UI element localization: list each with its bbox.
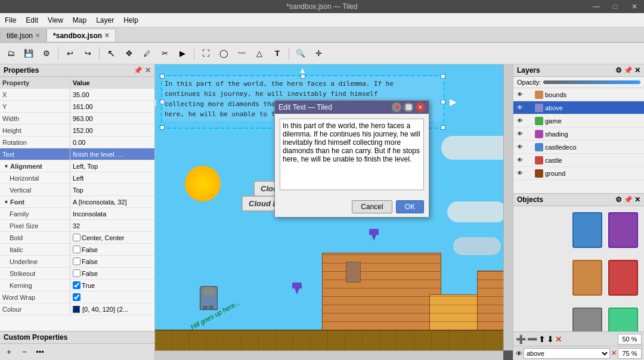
dialog-ok-button[interactable]: OK bbox=[396, 200, 424, 213]
tool-cursor[interactable]: ↖ bbox=[103, 45, 119, 62]
zoom-input-2[interactable] bbox=[618, 348, 642, 359]
dialog-cancel-button[interactable]: Cancel bbox=[352, 200, 392, 213]
layer-item-shading[interactable]: 👁 shading bbox=[513, 128, 644, 141]
layer-visibility-castle[interactable]: 👁 bbox=[516, 156, 524, 165]
layer-visibility-game[interactable]: 👁 bbox=[516, 117, 524, 125]
strikeout-checkbox[interactable] bbox=[73, 269, 80, 277]
objects-pin-icon[interactable]: 📌 bbox=[624, 195, 633, 204]
prop-row-width[interactable]: Width 963.00 bbox=[0, 113, 154, 125]
tab-sandbox-json-close[interactable]: ✕ bbox=[104, 32, 109, 39]
prop-row-vertical[interactable]: Vertical Top bbox=[0, 184, 154, 196]
menu-view[interactable]: View bbox=[43, 13, 68, 27]
layer-visibility-ground[interactable]: 👁 bbox=[516, 169, 524, 178]
tool-undo[interactable]: ↩ bbox=[61, 45, 78, 62]
canvas-area[interactable]: Hill goes up here... Cloud A Cloud B bbox=[155, 64, 513, 360]
tool-triangle[interactable]: △ bbox=[251, 45, 268, 62]
tool-fill[interactable]: ▶ bbox=[174, 45, 191, 62]
properties-pin-icon[interactable]: 📌 bbox=[134, 66, 143, 75]
tool-text[interactable]: T bbox=[269, 45, 286, 62]
italic-checkbox[interactable] bbox=[73, 246, 80, 253]
layer-visibility-bounds[interactable]: 👁 bbox=[516, 91, 524, 99]
prop-row-italic[interactable]: Italic False bbox=[0, 244, 154, 256]
prop-row-font[interactable]: ▾Font A [Inconsolata, 32] bbox=[0, 196, 154, 208]
tool-settings[interactable]: ⚙ bbox=[38, 45, 55, 62]
tool-eraser[interactable]: ✂ bbox=[156, 45, 173, 62]
tool-zoom[interactable]: 🔍 bbox=[292, 45, 309, 62]
dialog-pin-button[interactable]: 📌 bbox=[392, 103, 401, 112]
prop-row-strikeout[interactable]: Strikeout False bbox=[0, 268, 154, 280]
sel-handle-bl[interactable] bbox=[160, 125, 165, 130]
tab-title-json[interactable]: title.json ✕ bbox=[0, 29, 47, 42]
layer-eye-icon[interactable]: 👁 bbox=[516, 350, 522, 357]
menu-file[interactable]: File bbox=[0, 13, 21, 27]
vertical-scrollbar[interactable] bbox=[503, 64, 513, 350]
layer-visibility-shading[interactable]: 👁 bbox=[516, 130, 524, 138]
prop-row-horizontal[interactable]: Horizontal Left bbox=[0, 172, 154, 184]
edit-text-textarea[interactable]: In this part of the world, the hero face… bbox=[280, 119, 424, 190]
objects-close-icon[interactable]: ✕ bbox=[634, 195, 640, 204]
underline-checkbox[interactable] bbox=[73, 257, 80, 265]
prop-row-underline[interactable]: Underline False bbox=[0, 256, 154, 268]
properties-close-icon[interactable]: ✕ bbox=[145, 66, 151, 75]
layer-item-ground[interactable]: 👁 ground bbox=[513, 167, 644, 180]
layers-pin-icon[interactable]: 📌 bbox=[624, 66, 633, 75]
menu-edit[interactable]: Edit bbox=[21, 13, 43, 27]
layer-item-game[interactable]: 👁 game bbox=[513, 114, 644, 128]
layer-add-icon[interactable]: ➕ bbox=[516, 334, 526, 344]
remove-property-button[interactable]: − bbox=[18, 346, 31, 359]
prop-row-family[interactable]: Family Inconsolata bbox=[0, 208, 154, 220]
prop-row-alignment[interactable]: ▾Alignment Left, Top bbox=[0, 160, 154, 172]
layer-visibility-castledeco[interactable]: 👁 bbox=[516, 143, 524, 151]
layer-down-icon[interactable]: ⬇ bbox=[547, 334, 554, 344]
opacity-slider[interactable] bbox=[543, 80, 640, 84]
prop-row-colour[interactable]: Colour [0, 40, 120] (2... bbox=[0, 303, 154, 315]
word-wrap-checkbox[interactable] bbox=[73, 293, 80, 301]
sel-handle-br[interactable] bbox=[441, 125, 445, 130]
kerning-checkbox[interactable] bbox=[73, 281, 80, 289]
layer-up-icon[interactable]: ⬆ bbox=[538, 334, 546, 344]
menu-map[interactable]: Map bbox=[68, 13, 91, 27]
add-property-button[interactable]: + bbox=[2, 346, 16, 359]
layers-settings-icon[interactable]: ⚙ bbox=[615, 66, 622, 75]
layer-item-above[interactable]: 👁 above bbox=[513, 101, 644, 114]
prop-row-bold[interactable]: Bold Center, Center bbox=[0, 232, 154, 244]
prop-row-pixel-size[interactable]: Pixel Size 32 bbox=[0, 220, 154, 232]
prop-row-kerning[interactable]: Kerning True bbox=[0, 280, 154, 291]
layers-close-icon[interactable]: ✕ bbox=[634, 66, 640, 75]
layer-item-castledeco[interactable]: 👁 castledeco bbox=[513, 141, 644, 154]
prop-row-rotation[interactable]: Rotation 0.00 bbox=[0, 136, 154, 148]
tool-save[interactable]: 💾 bbox=[20, 45, 37, 62]
prop-row-height[interactable]: Height 152.00 bbox=[0, 125, 154, 136]
bold-checkbox[interactable] bbox=[73, 234, 80, 241]
horizontal-scrollbar[interactable] bbox=[155, 350, 503, 360]
objects-settings-icon[interactable]: ⚙ bbox=[615, 195, 622, 204]
tool-rect-select[interactable]: ⛶ bbox=[197, 45, 214, 62]
minimize-button[interactable]: — bbox=[587, 0, 606, 13]
tool-polygon[interactable]: 〰 bbox=[233, 45, 250, 62]
dialog-close-button[interactable]: ✕ bbox=[416, 103, 425, 112]
layer-select[interactable]: above bbox=[524, 348, 610, 359]
tool-stamp[interactable]: 🖊 bbox=[138, 45, 155, 62]
prop-row-y[interactable]: Y 161.00 bbox=[0, 101, 154, 113]
layer-item-bounds[interactable]: 👁 bounds bbox=[513, 88, 644, 101]
layer-x-icon[interactable]: ✕ bbox=[611, 349, 617, 357]
menu-layer[interactable]: Layer bbox=[91, 13, 119, 27]
tab-title-json-close[interactable]: ✕ bbox=[35, 32, 40, 39]
tool-redo[interactable]: ↪ bbox=[79, 45, 96, 62]
prop-row-x[interactable]: X 35.00 bbox=[0, 89, 154, 101]
prop-row-text[interactable]: Text finish the level. ... bbox=[0, 148, 154, 160]
prop-row-word-wrap[interactable]: Word Wrap bbox=[0, 291, 154, 303]
maximize-button[interactable]: □ bbox=[606, 0, 625, 13]
tool-ellipse[interactable]: ◯ bbox=[215, 45, 232, 62]
tool-move[interactable]: ✥ bbox=[120, 45, 137, 62]
tab-sandbox-json[interactable]: *sandbox.json ✕ bbox=[47, 29, 116, 42]
tool-pan[interactable]: ✛ bbox=[310, 45, 327, 62]
layer-delete-icon[interactable]: ✕ bbox=[555, 334, 562, 344]
layer-remove-icon[interactable]: ➖ bbox=[527, 334, 537, 344]
zoom-input-1[interactable] bbox=[618, 334, 642, 345]
more-options-button[interactable]: ••• bbox=[33, 346, 47, 359]
close-button[interactable]: ✕ bbox=[625, 0, 644, 13]
dialog-resize-button[interactable]: ⬜ bbox=[404, 103, 413, 112]
menu-help[interactable]: Help bbox=[119, 13, 143, 27]
layer-item-castle[interactable]: 👁 castle bbox=[513, 154, 644, 167]
